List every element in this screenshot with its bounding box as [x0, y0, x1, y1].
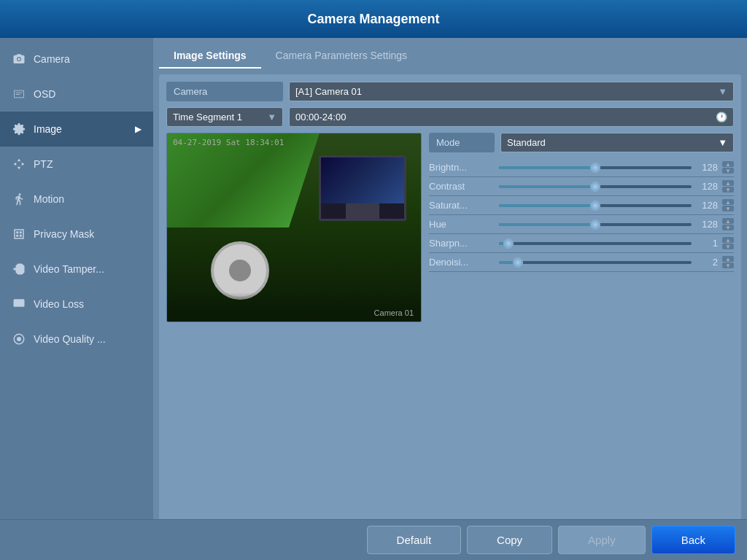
time-segment-row: Time Segment 1 ▼ 00:00-24:00 🕐 [166, 107, 734, 127]
spinner-down-sharpness[interactable]: ▼ [722, 244, 734, 249]
sidebar-item-video-tamper[interactable]: Video Tamper... [0, 252, 153, 287]
spinner-up-brightness[interactable]: ▲ [722, 161, 734, 167]
camera-select-value: [A1] Camera 01 [295, 86, 362, 97]
apply-button[interactable]: Apply [558, 526, 646, 554]
slider-track-contrast[interactable] [499, 185, 692, 188]
sidebar-item-motion[interactable]: Motion [0, 182, 153, 217]
time-segment-value: Time Segment 1 [173, 112, 242, 122]
sidebar-item-privacy-mask[interactable]: Privacy Mask [0, 217, 153, 252]
mode-row: Mode Standard ▼ [429, 133, 734, 152]
sidebar-item-ptz[interactable]: PTZ [0, 147, 153, 182]
app-title: Camera Management [307, 12, 439, 27]
footer: Default Copy Apply Back [0, 519, 747, 560]
sidebar-label-motion: Motion [34, 193, 64, 205]
spinner-down-denoising[interactable]: ▼ [722, 262, 734, 268]
sidebar: Camera OSD Image ▶ PTZ Motion [0, 38, 153, 560]
main-layout: Camera OSD Image ▶ PTZ Motion [0, 38, 747, 560]
slider-label-sharpness: Sharpn... [429, 238, 495, 249]
slider-row-saturation: Saturat... 128 ▲ ▼ [429, 196, 734, 215]
spinner-down-hue[interactable]: ▼ [722, 225, 734, 230]
title-bar: Camera Management [0, 0, 747, 38]
sidebar-label-camera: Camera [34, 53, 70, 65]
time-segment-select[interactable]: Time Segment 1 ▼ [166, 107, 283, 127]
mode-label: Mode [429, 133, 495, 152]
image-settings-panel: Mode Standard ▼ Brightn... 128 ▲ ▼ [429, 133, 734, 547]
slider-spinner-denoising[interactable]: ▲ ▼ [722, 256, 734, 268]
camera-select-chevron: ▼ [718, 86, 727, 97]
image-icon [12, 122, 26, 136]
sidebar-item-video-loss[interactable]: Video Loss [0, 287, 153, 322]
time-clock-icon: 🕐 [716, 112, 727, 122]
scene-monitor-screen [321, 158, 404, 203]
slider-label-saturation: Saturat... [429, 200, 495, 211]
scene-camera-device [211, 241, 269, 300]
slider-track-denoising[interactable] [499, 261, 692, 264]
scene-device-lens [229, 260, 251, 281]
slider-track-hue[interactable] [499, 223, 692, 226]
tab-image-settings[interactable]: Image Settings [159, 44, 261, 69]
spinner-up-hue[interactable]: ▲ [722, 218, 734, 224]
ptz-icon [12, 157, 26, 171]
spinner-up-contrast[interactable]: ▲ [722, 180, 734, 186]
spinner-up-denoising[interactable]: ▲ [722, 256, 734, 262]
image-arrow-icon: ▶ [135, 124, 142, 134]
slider-row-sharpness: Sharpn... 1 ▲ ▼ [429, 234, 734, 253]
video-loss-icon [12, 297, 26, 311]
camera-row: Camera [A1] Camera 01 ▼ [166, 82, 734, 101]
slider-row-contrast: Contrast 128 ▲ ▼ [429, 177, 734, 196]
camera-preview: 04-27-2019 Sat 18:34:01 Camera 01 [166, 133, 422, 322]
copy-button[interactable]: Copy [467, 526, 552, 554]
sidebar-label-osd: OSD [34, 88, 55, 100]
sidebar-item-image[interactable]: Image ▶ [0, 112, 153, 147]
spinner-up-sharpness[interactable]: ▲ [722, 237, 734, 243]
time-segment-chevron: ▼ [267, 112, 276, 122]
slider-track-saturation[interactable] [499, 204, 692, 207]
default-button[interactable]: Default [367, 526, 462, 554]
spinner-down-brightness[interactable]: ▼ [722, 168, 734, 174]
sidebar-label-ptz: PTZ [34, 158, 53, 170]
slider-track-brightness[interactable] [499, 166, 692, 169]
content-grid: 04-27-2019 Sat 18:34:01 Camera 01 Mode S… [166, 133, 734, 547]
content-area: Image Settings Camera Parameters Setting… [153, 38, 747, 560]
scene-cables [167, 292, 421, 322]
slider-spinner-contrast[interactable]: ▲ ▼ [722, 180, 734, 192]
sidebar-item-osd[interactable]: OSD [0, 77, 153, 112]
sidebar-item-video-quality[interactable]: Video Quality ... [0, 322, 153, 357]
slider-spinner-brightness[interactable]: ▲ ▼ [722, 161, 734, 174]
slider-spinner-sharpness[interactable]: ▲ ▼ [722, 237, 734, 249]
camera-preview-label: Camera 01 [374, 308, 414, 317]
slider-value-sharpness: 1 [696, 238, 718, 249]
sidebar-label-video-tamper: Video Tamper... [34, 263, 104, 275]
time-range-field[interactable]: 00:00-24:00 🕐 [289, 107, 734, 127]
sidebar-label-privacy-mask: Privacy Mask [34, 228, 94, 240]
privacy-mask-icon [12, 227, 26, 241]
slider-value-contrast: 128 [696, 181, 718, 192]
slider-spinner-hue[interactable]: ▲ ▼ [722, 218, 734, 230]
mode-select[interactable]: Standard ▼ [500, 133, 734, 152]
slider-spinner-saturation[interactable]: ▲ ▼ [722, 199, 734, 211]
time-range-value: 00:00-24:00 [295, 112, 346, 122]
camera-timestamp: 04-27-2019 Sat 18:34:01 [173, 138, 284, 147]
spinner-up-saturation[interactable]: ▲ [722, 199, 734, 205]
svg-point-3 [17, 337, 21, 341]
slider-row-hue: Hue 128 ▲ ▼ [429, 215, 734, 234]
camera-select[interactable]: [A1] Camera 01 ▼ [289, 82, 734, 101]
sliders-container: Brightn... 128 ▲ ▼ Contrast 128 ▲ ▼ Satu… [429, 158, 734, 272]
spinner-down-contrast[interactable]: ▼ [722, 187, 734, 192]
slider-label-denoising: Denoisi... [429, 257, 495, 268]
video-tamper-icon [12, 262, 26, 276]
scene-monitor-base [346, 203, 379, 219]
sidebar-item-camera[interactable]: Camera [0, 42, 153, 77]
back-button[interactable]: Back [651, 526, 735, 554]
slider-label-hue: Hue [429, 219, 495, 230]
tab-camera-params[interactable]: Camera Parameters Settings [261, 44, 422, 69]
slider-value-denoising: 2 [696, 257, 718, 268]
video-quality-icon [12, 332, 26, 346]
camera-label: Camera [166, 82, 283, 101]
camera-scene [167, 133, 421, 322]
slider-track-sharpness[interactable] [499, 242, 692, 245]
spinner-down-saturation[interactable]: ▼ [722, 206, 734, 211]
slider-label-contrast: Contrast [429, 181, 495, 192]
motion-icon [12, 192, 26, 206]
slider-value-saturation: 128 [696, 200, 718, 211]
